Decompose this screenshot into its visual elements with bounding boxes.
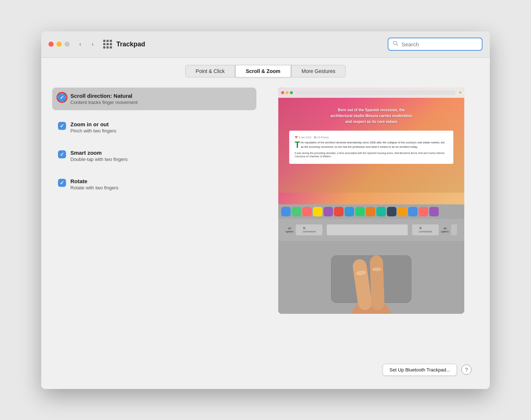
option-text-rotate: Rotate Rotate with two fingers [70,178,119,190]
option-desc-rotate: Rotate with two fingers [70,185,119,190]
option-smart-zoom[interactable]: ✓ Smart zoom Double-tap with two fingers [52,145,256,167]
browser-bar: ⚙ [278,88,464,98]
window-title: Trackpad [116,41,388,48]
help-button[interactable]: ? [461,365,472,375]
right-panel: ⚙ Born out of the Spanish recession, the… [264,88,479,351]
option-text-smart-zoom: Smart zoom Double-tap with two fingers [70,150,128,162]
nav-buttons: ‹ › [75,39,97,49]
option-scroll-direction[interactable]: ✓ Scroll direction: Natural Content trac… [52,88,256,110]
search-input[interactable] [402,41,477,47]
svg-line-1 [396,44,398,46]
article-section: 📅 8 Jan 2019 🖼 15 Photos T he reputation… [289,131,453,164]
zoom-button[interactable] [65,42,70,47]
checkbox-smart-zoom[interactable]: ✓ [58,150,66,158]
trackpad-section [278,241,464,314]
option-rotate[interactable]: ✓ Rotate Rotate with two fingers [52,173,256,196]
option-zoom[interactable]: ✓ Zoom in or out Pinch with two fingers [52,116,256,139]
red-circle-indicator [57,92,67,103]
tab-point-click[interactable]: Point & Click [185,65,235,77]
option-title-rotate: Rotate [70,178,119,184]
preview-screen: ⚙ Born out of the Spanish recession, the… [278,88,464,204]
grid-icon[interactable] [103,40,112,49]
traffic-lights [49,42,70,47]
tab-more-gestures[interactable]: More Gestures [291,65,346,77]
checkbox-checked-smart-zoom: ✓ [58,150,66,158]
forward-button[interactable]: › [88,39,97,49]
option-text-zoom: Zoom in or out Pinch with two fingers [70,121,116,134]
svg-rect-4 [370,255,385,310]
article-date: 📅 8 Jan 2019 🖼 15 Photos [295,136,448,139]
search-box[interactable] [388,38,482,51]
setup-bluetooth-button[interactable]: Set Up Bluetooth Trackpad... [383,364,457,376]
hero-text: Born out of the Spanish recession, thear… [282,101,461,131]
option-desc-zoom: Pinch with two fingers [70,128,116,134]
option-text-scroll: Scroll direction: Natural Content tracks… [70,93,137,105]
checkbox-checked-rotate: ✓ [58,179,66,187]
keyboard-section: altoption ⌘command ⌘command altoption [278,219,464,241]
titlebar: ‹ › Trackpad [41,31,490,58]
minimize-button[interactable] [57,42,62,47]
search-icon [393,41,399,48]
svg-rect-3 [352,258,373,311]
option-desc-smart-zoom: Double-tap with two fingers [70,157,128,162]
preview-image: ⚙ Born out of the Spanish recession, the… [278,88,464,314]
browser-content: Born out of the Spanish recession, thear… [278,98,464,193]
checkbox-checked-zoom: ✓ [58,122,66,130]
dock-bar [278,204,464,219]
checkbox-rotate[interactable]: ✓ [58,179,66,187]
option-desc-scroll: Content tracks finger movement [70,100,137,105]
checkbox-zoom[interactable]: ✓ [58,122,66,130]
close-button[interactable] [49,42,54,47]
back-button[interactable]: ‹ [75,39,85,49]
content-area: Point & Click Scroll & Zoom More Gesture… [41,58,490,389]
option-title-scroll: Scroll direction: Natural [70,93,137,99]
main-content: ✓ Scroll direction: Natural Content trac… [52,88,479,351]
main-window: ‹ › Trackpad Point & Click [41,31,490,389]
option-title-zoom: Zoom in or out [70,121,116,127]
left-panel: ✓ Scroll direction: Natural Content trac… [52,88,256,351]
option-title-smart-zoom: Smart zoom [70,150,128,156]
article-body: T he reputation of the architect decline… [295,140,448,149]
bottom-bar: Set Up Bluetooth Trackpad... ? [52,358,479,382]
checkbox-scroll-direction[interactable]: ✓ [58,93,66,101]
tabs-bar: Point & Click Scroll & Zoom More Gesture… [52,65,479,77]
tab-scroll-zoom[interactable]: Scroll & Zoom [235,65,291,77]
